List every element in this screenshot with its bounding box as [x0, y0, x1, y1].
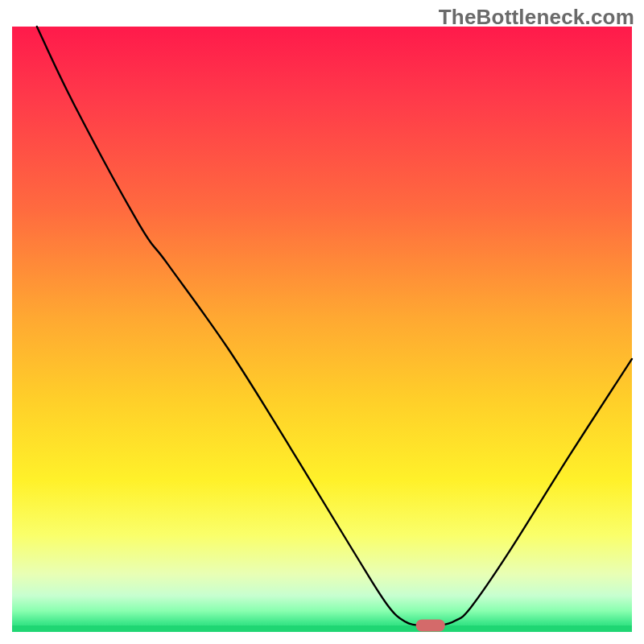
- chart-baseline: [12, 625, 632, 632]
- bottleneck-chart: [0, 0, 644, 644]
- optimal-marker: [416, 620, 445, 632]
- watermark-text: TheBottleneck.com: [439, 5, 634, 30]
- chart-container: TheBottleneck.com: [0, 0, 644, 644]
- chart-background-gradient: [12, 27, 632, 632]
